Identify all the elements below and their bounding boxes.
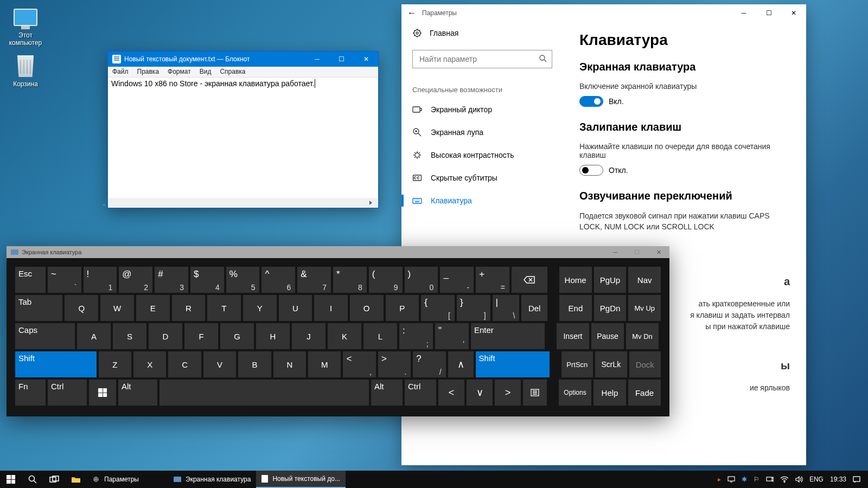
minimize-button[interactable]: ─ [731,4,756,22]
notepad-textarea[interactable]: Windows 10 x86 no Store - экранная клави… [108,78,378,198]
settings-titlebar[interactable]: ← Параметры ─ ☐ ✕ [401,4,806,22]
toggle-osk[interactable] [579,96,603,107]
key-f[interactable]: F [184,323,218,349]
key-backslash[interactable]: |\ [493,295,520,321]
key-win[interactable] [89,380,116,406]
key-dock[interactable]: Dock [629,351,661,377]
key-rctrl[interactable]: Ctrl [405,380,436,406]
key-pgup[interactable]: PgUp [594,267,627,293]
key-v[interactable]: V [203,351,236,377]
key-m[interactable]: M [308,351,341,377]
key-del[interactable]: Del [521,295,547,321]
key-end[interactable]: End [559,295,592,321]
menu-help[interactable]: Справка [215,67,250,77]
key-x[interactable]: X [133,351,166,377]
key-enter[interactable]: Enter [471,323,545,349]
key-equals[interactable]: += [476,267,509,293]
key-fade[interactable]: Fade [628,380,661,406]
key-l[interactable]: L [363,323,397,349]
maximize-button[interactable]: ☐ [329,52,354,67]
toggle-sticky[interactable] [579,165,603,176]
key-z[interactable]: Z [99,351,131,377]
key-o[interactable]: O [350,295,384,321]
nav-home[interactable]: Главная [401,22,563,44]
menu-file[interactable]: Файл [108,67,133,77]
key-insert[interactable]: Insert [557,323,589,349]
key-menu[interactable] [523,380,547,406]
taskbar-search[interactable] [22,471,43,488]
nav-magnifier[interactable]: Экранная лупа [401,121,563,144]
tray-language[interactable]: ENG [809,476,824,483]
tray-clock[interactable]: 19:33 [830,476,846,483]
start-button[interactable] [0,471,22,488]
file-explorer-button[interactable] [65,471,87,488]
key-space[interactable] [159,380,369,406]
desktop-icon-recycle-bin[interactable]: Корзина [4,54,47,88]
key-comma[interactable]: <, [343,351,375,377]
desktop-icon-this-pc[interactable]: Этот компьютер [4,5,47,47]
key-tab[interactable]: Tab [15,295,62,321]
menu-edit[interactable]: Правка [133,67,164,77]
nav-keyboard[interactable]: Клавиатура [401,189,563,212]
close-button[interactable]: ✕ [781,4,806,22]
key-minus[interactable]: _- [440,267,474,293]
tray-status-icon[interactable] [727,476,735,483]
key-scrlk[interactable]: ScrLk [595,351,627,377]
key-options[interactable]: Options [559,380,591,406]
key-0[interactable]: )0 [405,267,438,293]
key-fn[interactable]: Fn [15,380,46,406]
notepad-hscrollbar[interactable] [108,198,378,207]
key-down[interactable]: ∨ [467,380,493,406]
nav-closed-captions[interactable]: Скрытые субтитры [401,166,563,189]
key-1[interactable]: !1 [84,267,117,293]
key-5[interactable]: %5 [226,267,260,293]
key-right[interactable]: > [495,380,521,406]
minimize-button[interactable]: ─ [305,52,329,67]
key-u[interactable]: U [279,295,312,321]
key-c[interactable]: C [168,351,201,377]
key-period[interactable]: >. [378,351,411,377]
close-button[interactable]: ✕ [648,246,669,258]
task-view-button[interactable] [43,471,65,488]
taskbar-app-osk[interactable]: Экранная клавиатура [168,471,256,488]
key-7[interactable]: &7 [297,267,331,293]
tray-network-icon[interactable] [766,476,774,483]
menu-view[interactable]: Вид [195,67,216,77]
key-help[interactable]: Help [593,380,626,406]
key-caps[interactable]: Caps [15,323,75,349]
key-left[interactable]: < [438,380,464,406]
key-rshift[interactable]: Shift [476,351,550,377]
key-t[interactable]: T [207,295,241,321]
key-semicolon[interactable]: :; [399,323,433,349]
osk-titlebar[interactable]: Экранная клавиатура ─ ☐ ✕ [7,246,669,258]
key-esc[interactable]: Esc [15,267,46,293]
tray-bluetooth-icon[interactable]: ✱ [742,476,747,483]
maximize-button[interactable]: ☐ [756,4,781,22]
tray-wifi-icon[interactable] [780,476,789,483]
key-s[interactable]: S [113,323,146,349]
minimize-button[interactable]: ─ [604,246,626,258]
key-8[interactable]: *8 [333,267,367,293]
close-button[interactable]: ✕ [354,52,378,67]
key-backtick[interactable]: ~` [48,267,81,293]
key-n[interactable]: N [273,351,306,377]
key-mvdn[interactable]: Mv Dn [626,323,659,349]
key-e[interactable]: E [136,295,170,321]
key-y[interactable]: Y [243,295,277,321]
taskbar-app-notepad[interactable]: Новый текстовый до... [256,471,346,488]
key-lctrl[interactable]: Ctrl [48,380,87,406]
key-i[interactable]: I [314,295,348,321]
key-quote[interactable]: "' [435,323,469,349]
key-p[interactable]: P [386,295,419,321]
key-3[interactable]: #3 [155,267,188,293]
notepad-titlebar[interactable]: Новый текстовый документ.txt — Блокнот ─… [108,52,378,67]
tray-security-icon[interactable]: ⚐ [754,476,760,483]
menu-format[interactable]: Формат [163,67,195,77]
tray-flag-icon[interactable]: ▸ [718,476,721,483]
key-mvup[interactable]: Mv Up [628,295,661,321]
key-rbracket[interactable]: }] [457,295,490,321]
tray-notifications-icon[interactable] [853,476,860,483]
key-h[interactable]: H [256,323,290,349]
key-up[interactable]: ∧ [448,351,474,377]
key-d[interactable]: D [149,323,182,349]
